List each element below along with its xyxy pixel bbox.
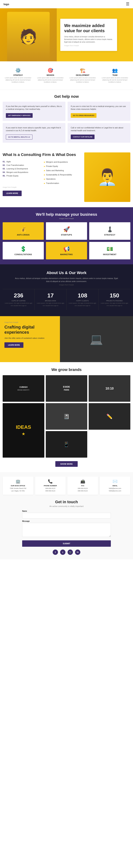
manage-card-marketing: 📢 MARKETING [46,242,87,259]
brand-label-5: 📓 [63,413,70,420]
hamburger-icon[interactable]: ☰ [126,2,129,6]
phone-icon: 📞 [36,479,64,484]
social-row: f t 📷 in [22,550,111,555]
help-card-4: Call or visit our confidential Infoline … [68,123,130,143]
crafting-learn-more-button[interactable]: LEARN MORE [4,342,23,348]
strategy-icon: ⚙️ [3,68,33,73]
hero-image-credit: Images from Freepik [64,45,113,46]
contact-info-row: 🏢 OUR MAIN OFFICE 7398 Smoke Ranch Rd La… [3,476,130,495]
anti-crisis-icon: 💰 [5,226,41,232]
help-card-1: If you feel like you might seriously har… [3,102,65,121]
get-in-touch-title: Get in touch [22,500,111,504]
help-card-2-text: If you are in crisis but it's not a medi… [71,105,127,111]
name-label: Name [22,510,111,512]
brands-title: We grow brands [3,367,130,372]
brand-label-2: ESIDEPARIS [63,385,70,392]
consulting-left: What Is a Consulting Firm & What Does 01… [3,152,82,196]
list-item: 05.Private Equity [3,174,41,178]
phone-label: PHONE NUMBER [36,485,64,487]
about-title: About Us & Our Work [3,271,130,275]
crisis-resources-button[interactable]: GO TO CRISIS RESOURCES [71,113,97,118]
get-in-touch-subtitle: An active community is vitally important [22,505,111,507]
mission-icon: 🎯 [36,68,65,73]
manage-grid: 💰 ANTI-CRISIS 🚀 STARTUPS ♟️ STRATEGY 💲 C… [3,222,130,259]
consulting-list-right: ▸Mergers and Acquisitions ▸Private Equit… [44,160,82,185]
help-card-4-text: Call or visit our confidential Infoline … [71,126,127,132]
email-label: EMAIL [101,485,129,487]
feature-team: 👥 TEAM Lorem ipsum dolor sit amet consec… [100,66,130,85]
consultations-icon: 💲 [5,246,41,252]
fax-icon: 📠 [69,479,97,484]
about-description: Arcu metus, dictum at tempor conubia ele… [13,277,120,283]
facebook-icon[interactable]: f [53,550,58,555]
manage-image-credit: Images from Freepik [3,218,130,219]
team-title: TEAM [100,74,130,76]
stat-brands-number: 17 [36,292,65,299]
submit-button[interactable]: SUBMIT [22,540,111,547]
strategy-desc: Lorem ipsum dolor sit amet consectetur a… [3,77,33,83]
brand-label-4: IDEAS★ [16,424,31,437]
emergency-services-button[interactable]: GET EMERGENCY SERVICES [6,113,33,118]
logo: logo [4,3,9,6]
help-card-2: If you are in crisis but it's not a medi… [68,102,130,121]
about-image-credit: Images from Freepik [3,284,130,286]
hero-section: 🧑 We maximize added value for our client… [0,8,133,61]
header: logo ☰ [0,0,133,8]
consulting-person-image: 👨‍💼 [84,152,130,202]
stat-brands: 17 BRANDS WONLorem ipsum, Orci agin et d… [34,289,66,310]
message-input[interactable] [22,523,111,537]
hero-description: Urna metus, dictum at tempor conubia ele… [64,35,113,43]
mental-health-az-button[interactable]: GO TO MENTAL HEALTH A-Z [6,134,32,140]
message-label: Message [22,520,111,522]
office-icon: 🏢 [4,479,32,484]
contact-infoline-button[interactable]: CONTACT OUR INFOLINE [71,134,95,139]
stat-clients-number: 108 [68,292,97,299]
consulting-image-credit: Image from Freepik [3,186,82,188]
stat-clients: 108 HAPPY CLIENTSLorem ipsum, Orci agin … [67,289,99,310]
stat-clients-label: HAPPY CLIENTSLorem ipsum, Orci agin et d… [68,300,97,307]
development-icon: 🏗️ [68,68,97,73]
show-more-button[interactable]: SHOW MORE [55,461,78,467]
consulting-learn-more-button[interactable]: LEARN MORE [3,191,22,196]
consulting-lists: 01.Agile 02.Cost Transformation 03.Learn… [3,160,82,185]
feature-development: 🏗️ DEVELOPMENT Lorem ipsum dolor sit ame… [67,66,98,85]
crafting-description: Join the elite ranks of sustained value … [4,337,59,340]
consulting-title: What Is a Consulting Firm & What Does [3,152,82,157]
brands-grid: CUBIKEHBRAND IDENTITY ESIDEPARIS 10:10 I… [3,375,130,458]
development-title: DEVELOPMENT [68,74,97,76]
investment-label: INVESTMENT [92,253,128,255]
help-card-3-text: If you want to learn more about a specif… [6,126,62,132]
team-desc: Lorem ipsum dolor sit amet consectetur a… [100,77,130,83]
name-input[interactable] [22,513,111,519]
contact-info-phone: 📞 PHONE NUMBER 098-656-8123 098-656-8124 [35,476,66,495]
list-item: 02.Cost Transformation [3,163,41,167]
consulting-section: What Is a Consulting Firm & What Does 01… [0,147,133,207]
manage-section: We'll help manage your business Images f… [0,207,133,265]
brand-label-1: CUBIKEHBRAND IDENTITY [18,386,30,391]
list-item: ▸Mergers and Acquisitions [44,160,82,164]
manage-card-anti-crisis: 💰 ANTI-CRISIS [3,222,44,240]
stats-row: 236 CUPS OF COFFEELorem ipsum, Orci agin… [3,289,130,310]
linkedin-icon[interactable]: in [75,550,80,555]
twitter-icon[interactable]: t [60,550,65,555]
list-item: ▸Sales and Marketing [44,168,82,173]
office-value: 7398 Smoke Ranch Rd Las Vegas, NV 891 [4,487,32,492]
brand-item-7: 📱 [46,431,87,458]
email-value: hello@acme.com hello@acme.com [101,487,129,492]
strategy-manage-label: STRATEGY [92,234,128,236]
get-help-title: Get help now [3,94,130,99]
consultations-label: CONSULTATIONS [5,253,41,255]
name-field-group: Name [22,510,111,519]
message-field-group: Message [22,520,111,538]
brand-label-3: 10:10 [106,387,114,391]
contact-info-office: 🏢 OUR MAIN OFFICE 7398 Smoke Ranch Rd La… [3,476,33,495]
manage-card-strategy: ♟️ STRATEGY [89,222,130,240]
stat-brands-label: BRANDS WONLorem ipsum, Orci agin et doub… [36,300,65,307]
instagram-icon[interactable]: 📷 [68,550,73,555]
help-card-3: If you want to learn more about a specif… [3,123,65,143]
stat-projects: 150 PROJECTS FINISHEDLorem ipsum, Orci a… [99,289,130,310]
brand-item-1: CUBIKEHBRAND IDENTITY [3,375,44,402]
brand-item-5: 📓 [46,403,87,430]
investment-icon: 💵 [92,246,128,252]
get-help-section: Get help now If you feel like you might … [0,90,133,147]
